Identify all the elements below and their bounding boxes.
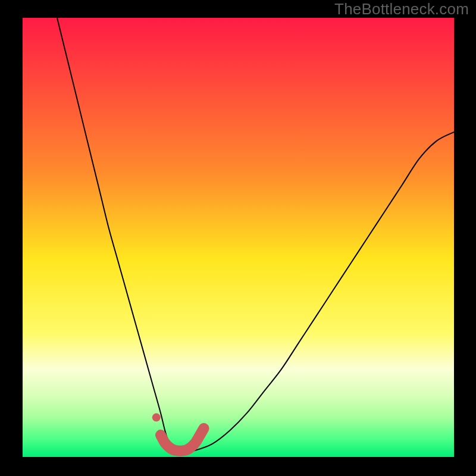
- chart-svg: [0, 0, 476, 476]
- plot-background: [23, 18, 454, 457]
- optimal-point-dot: [152, 414, 161, 422]
- chart-root: TheBottleneck.com: [0, 0, 476, 476]
- watermark-text: TheBottleneck.com: [334, 0, 469, 18]
